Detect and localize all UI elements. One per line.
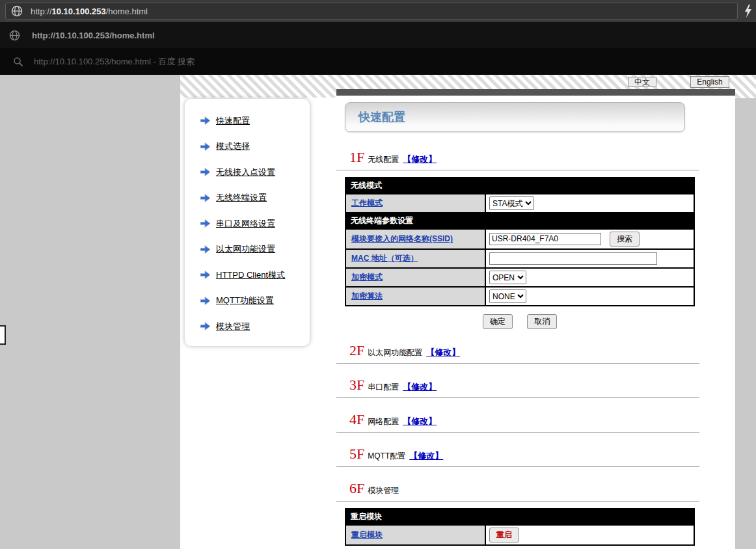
lang-chinese-button[interactable]: 中文 [628, 77, 656, 87]
modify-link-mqtt[interactable]: 【修改】 [409, 450, 443, 462]
restart-label: 重启模块 [345, 525, 485, 545]
sidebar-item-label: 无线接入点设置 [216, 167, 275, 178]
sidebar-frame: 快速配置 模式选择 无线接入点设置 无线终端设置 串口及网络设置 以太网功能设置 [180, 98, 336, 549]
floor-label: 网络配置 [368, 416, 399, 427]
floor-6-header: 6F 模块管理 [349, 480, 735, 496]
sidebar-item-uart-settings[interactable]: 串口及网络设置 [185, 211, 310, 237]
table-row: 重启模块 重启 [345, 525, 694, 545]
arrow-icon [200, 116, 210, 125]
suggestion-text: http://10.10.100.253/home.html [32, 31, 155, 40]
browser-top-bar: http://10.10.100.253/home.html [0, 0, 756, 22]
floor-4-header: 4F 网络配置 【修改】 [349, 411, 735, 427]
restart-header: 重启模块 [345, 509, 694, 525]
page-background: 中文 English 快速配置 模式选择 无线接入点设置 无线终端设置 [0, 75, 756, 549]
divider [336, 170, 699, 170]
floor-number: 5F [349, 446, 364, 462]
url-suggestion-dropdown: http://10.10.100.253/home.html http://10… [0, 22, 756, 75]
sidebar-menu: 快速配置 模式选择 无线接入点设置 无线终端设置 串口及网络设置 以太网功能设置 [185, 99, 310, 346]
modify-link-ethernet[interactable]: 【修改】 [426, 347, 460, 358]
modify-link-wireless[interactable]: 【修改】 [403, 154, 437, 165]
restart-module-table: 重启模块 重启模块 重启 [345, 508, 695, 546]
cancel-button[interactable]: 取消 [527, 314, 557, 329]
mac-input[interactable] [489, 252, 657, 265]
sta-params-header: 无线终端参数设置 [345, 213, 694, 229]
floor-label: 串口配置 [368, 382, 399, 393]
wireless-config-table: 无线模式 工作模式 STA模式 无线终端参数设置 模块要接入的网络名称(SSID… [345, 177, 695, 306]
sidebar-item-label: 无线终端设置 [216, 192, 267, 204]
encryption-algorithm-label: 加密算法 [345, 287, 485, 306]
floor-3-header: 3F 串口配置 【修改】 [349, 377, 735, 392]
sidebar-item-label: 串口及网络设置 [216, 218, 275, 230]
sidebar-item-ethernet-settings[interactable]: 以太网功能设置 [185, 237, 310, 263]
table-row: 模块要接入的网络名称(SSID) 搜索 [345, 229, 694, 249]
modify-link-uart[interactable]: 【修改】 [403, 381, 437, 393]
floor-number: 2F [349, 342, 364, 359]
edge-artifact [0, 325, 6, 345]
lang-english-button[interactable]: English [690, 76, 729, 88]
arrow-icon [200, 142, 210, 151]
arrow-icon [200, 297, 210, 305]
url-text: http://10.10.100.253/home.html [31, 7, 148, 16]
search-icon [13, 57, 23, 67]
floor-label: MQTT配置 [368, 451, 405, 462]
floor-1-header: 1F 无线配置 【修改】 [349, 149, 735, 165]
divider [336, 397, 699, 398]
content-top-bar [336, 89, 735, 96]
sidebar-item-mqtt-settings[interactable]: MQTT功能设置 [185, 288, 310, 314]
arrow-icon [200, 168, 210, 176]
sidebar-item-quick-config[interactable]: 快速配置 [185, 108, 310, 134]
confirm-button[interactable]: 确定 [483, 314, 513, 329]
sidebar-item-label: 快速配置 [216, 115, 250, 127]
page-title-card: 快速配置 [345, 102, 685, 132]
floor-label: 模块管理 [368, 485, 399, 496]
arrow-icon [200, 194, 210, 202]
sidebar-item-ap-settings[interactable]: 无线接入点设置 [185, 159, 310, 185]
arrow-icon [200, 271, 210, 279]
main-content-frame: 快速配置 1F 无线配置 【修改】 无线模式 工作模式 STA模式 无线终端参数… [336, 96, 735, 549]
sidebar-item-module-management[interactable]: 模块管理 [185, 314, 310, 340]
divider [336, 501, 699, 502]
modify-link-network[interactable]: 【修改】 [403, 416, 437, 427]
suggestion-item-search[interactable]: http://10.10.100.253/home.html - 百度 搜索 [0, 48, 756, 75]
table-row: 加密模式 OPEN [345, 268, 694, 287]
suggestion-item-url[interactable]: http://10.10.100.253/home.html [0, 22, 756, 48]
sidebar-item-label: HTTPD Client模式 [216, 269, 285, 281]
divider [336, 363, 699, 364]
restart-button[interactable]: 重启 [489, 528, 519, 542]
address-bar[interactable]: http://10.10.100.253/home.html [5, 3, 738, 20]
search-ssid-button[interactable]: 搜索 [610, 232, 640, 247]
sidebar-item-httpd-client[interactable]: HTTPD Client模式 [185, 262, 310, 288]
sidebar-item-label: 模块管理 [216, 321, 250, 332]
globe-icon [9, 30, 20, 41]
globe-icon [11, 5, 23, 17]
work-mode-label: 工作模式 [345, 194, 485, 213]
lightning-icon[interactable] [744, 5, 753, 18]
wireless-mode-header: 无线模式 [345, 178, 694, 194]
mac-label: MAC 地址（可选） [345, 249, 485, 268]
encryption-mode-label: 加密模式 [345, 268, 485, 287]
sidebar-item-label: 模式选择 [216, 141, 250, 152]
encryption-mode-select[interactable]: OPEN [489, 271, 526, 284]
form-buttons: 确定 取消 [345, 314, 695, 329]
floor-2-header: 2F 以太网功能配置 【修改】 [349, 342, 735, 358]
ssid-input[interactable] [489, 233, 601, 245]
encryption-algorithm-select[interactable]: NONE [489, 289, 526, 303]
suggestion-text: http://10.10.100.253/home.html - 百度 搜索 [34, 56, 195, 68]
divider [336, 466, 699, 467]
floor-number: 1F [349, 149, 364, 166]
floor-number: 6F [349, 480, 364, 497]
divider [336, 432, 699, 433]
sidebar-item-label: 以太网功能设置 [216, 243, 275, 255]
floor-number: 4F [349, 411, 364, 428]
table-row: MAC 地址（可选） [345, 249, 694, 268]
floor-label: 无线配置 [368, 154, 399, 165]
arrow-icon [200, 219, 210, 228]
work-mode-select[interactable]: STA模式 [489, 196, 534, 210]
sidebar-item-sta-settings[interactable]: 无线终端设置 [185, 185, 310, 211]
ssid-label: 模块要接入的网络名称(SSID) [345, 229, 485, 249]
floor-5-header: 5F MQTT配置 【修改】 [349, 446, 735, 461]
sidebar-item-mode-select[interactable]: 模式选择 [185, 134, 310, 160]
page-title: 快速配置 [345, 109, 405, 125]
table-row: 加密算法 NONE [345, 287, 694, 306]
arrow-icon [200, 245, 210, 254]
